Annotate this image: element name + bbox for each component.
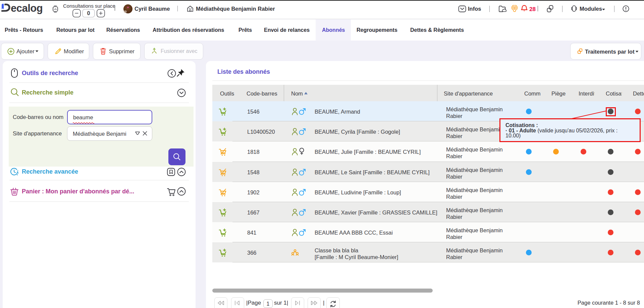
svg-text:ecalog: ecalog [11,2,43,14]
svg-text:0: 0 [87,10,90,16]
